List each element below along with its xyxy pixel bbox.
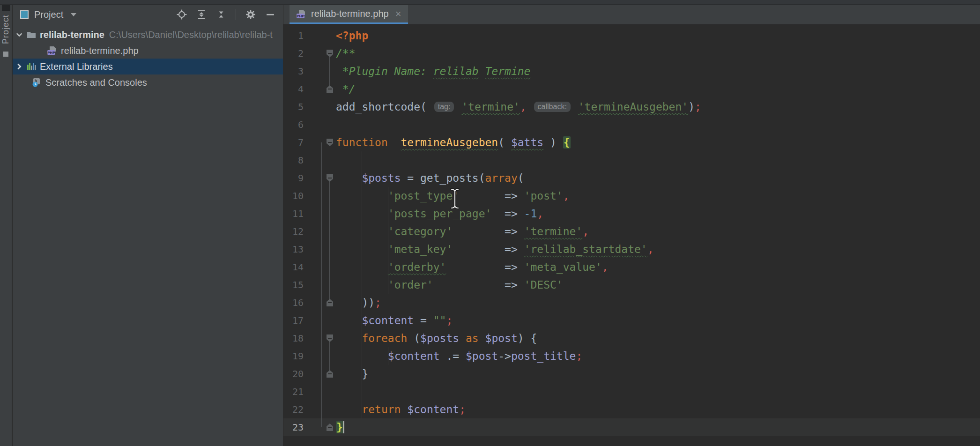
line-number[interactable]: 19 xyxy=(283,347,304,365)
code-token xyxy=(572,101,578,113)
code-token xyxy=(336,279,388,291)
line-number[interactable]: 4 xyxy=(283,80,304,98)
code-token: as xyxy=(466,332,479,344)
code-line[interactable]: 1<?php xyxy=(283,27,980,45)
code-line[interactable]: 19 $content .= $post->post_title; xyxy=(283,347,980,365)
fold-start-icon[interactable] xyxy=(327,50,333,57)
fold-start-icon[interactable] xyxy=(327,139,333,146)
line-number[interactable]: 20 xyxy=(283,365,304,383)
code-line[interactable]: 7function termineAusgeben( $atts ) { xyxy=(283,134,980,151)
line-number[interactable]: 8 xyxy=(283,151,304,169)
tree-item-php-file[interactable]: PHP relilab-termine.php xyxy=(13,43,283,59)
code-line[interactable]: 8 xyxy=(283,151,980,169)
code-text[interactable]: function termineAusgeben( $atts ) { xyxy=(333,134,571,151)
fold-gutter xyxy=(304,276,333,294)
fold-start-icon[interactable] xyxy=(327,174,333,182)
fold-end-icon[interactable] xyxy=(327,85,333,93)
line-number[interactable]: 18 xyxy=(283,329,304,347)
code-text[interactable]: */ xyxy=(333,80,356,98)
code-line[interactable]: 9 $posts = get_posts(array( xyxy=(283,169,980,187)
code-line[interactable]: 10 'post_type' => 'post', xyxy=(283,187,980,205)
fold-end-icon[interactable] xyxy=(327,424,333,431)
fold-end-icon[interactable] xyxy=(327,299,333,306)
code-line[interactable]: 20 } xyxy=(283,365,980,383)
code-line[interactable]: 11 'posts_per_page' => -1, xyxy=(283,205,980,223)
code-token: $post xyxy=(485,332,518,344)
code-text[interactable]: add_shortcode( tag: 'termine', callback:… xyxy=(333,98,701,116)
code-text[interactable]: 'post_type' => 'post', xyxy=(333,187,570,205)
line-number[interactable]: 2 xyxy=(283,45,304,62)
code-editor[interactable]: 1<?php2/**3 *Plugin Name: relilab Termin… xyxy=(283,25,980,446)
code-text[interactable]: foreach ($posts as $post) { xyxy=(333,329,537,347)
code-text[interactable]: 'posts_per_page' => -1, xyxy=(333,205,543,223)
code-line[interactable]: 12 'category' => 'termine', xyxy=(283,223,980,240)
line-number[interactable]: 22 xyxy=(283,401,304,418)
code-text[interactable]: 'meta_key' => 'relilab_startdate', xyxy=(333,240,654,258)
line-number[interactable]: 1 xyxy=(283,27,304,45)
tree-item-project-root[interactable]: relilab-termine C:\Users\Daniel\Desktop\… xyxy=(13,27,283,43)
code-text[interactable]: 'orderby' => 'meta_value', xyxy=(333,258,609,276)
fold-start-icon[interactable] xyxy=(327,334,333,342)
code-line[interactable]: 13 'meta_key' => 'relilab_startdate', xyxy=(283,240,980,258)
line-number[interactable]: 17 xyxy=(283,312,304,329)
settings-gear-icon[interactable] xyxy=(245,9,256,20)
chevron-right-icon[interactable] xyxy=(15,63,23,70)
tree-item-scratches[interactable]: Scratches and Consoles xyxy=(13,74,283,90)
code-token: , xyxy=(602,261,609,273)
tab-relilab-termine-php[interactable]: PHP relilab-termine.php × xyxy=(290,5,408,24)
code-text[interactable]: <?php xyxy=(333,27,368,45)
expand-all-icon[interactable] xyxy=(196,9,207,20)
code-text[interactable]: $posts = get_posts(array( xyxy=(333,169,524,187)
code-line[interactable]: 16 )); xyxy=(283,294,980,312)
locate-icon[interactable] xyxy=(177,9,187,20)
collapse-all-icon[interactable] xyxy=(216,9,226,20)
tree-item-label: relilab-termine.php xyxy=(61,45,139,56)
code-line[interactable]: 22 return $content; xyxy=(283,401,980,418)
code-text[interactable]: } xyxy=(333,365,368,383)
code-text[interactable]: return $content; xyxy=(333,401,466,418)
code-line[interactable]: 23} xyxy=(283,418,980,436)
line-number[interactable]: 13 xyxy=(283,240,304,258)
line-number[interactable]: 15 xyxy=(283,276,304,294)
code-text[interactable]: )); xyxy=(333,294,381,312)
line-number[interactable]: 12 xyxy=(283,223,304,240)
line-number[interactable]: 16 xyxy=(283,294,304,312)
code-line[interactable]: 4 */ xyxy=(283,80,980,98)
fold-end-icon[interactable] xyxy=(327,370,333,378)
hide-panel-icon[interactable] xyxy=(265,9,275,20)
line-number[interactable]: 21 xyxy=(283,383,304,401)
line-number[interactable]: 3 xyxy=(283,62,304,80)
line-number[interactable]: 9 xyxy=(283,169,304,187)
chevron-down-icon[interactable] xyxy=(71,13,76,16)
tree-item-external-libraries[interactable]: External Libraries xyxy=(13,59,283,74)
line-number[interactable]: 14 xyxy=(283,258,304,276)
tool-window-button-icon[interactable] xyxy=(3,52,8,57)
code-line[interactable]: 17 $content = ""; xyxy=(283,312,980,329)
code-text[interactable]: $content = ""; xyxy=(333,312,453,329)
line-number[interactable]: 11 xyxy=(283,205,304,223)
code-line[interactable]: 5add_shortcode( tag: 'termine', callback… xyxy=(283,98,980,116)
code-text[interactable]: 'order' => 'DESC' xyxy=(333,276,563,294)
code-line[interactable]: 15 'order' => 'DESC' xyxy=(283,276,980,294)
code-line[interactable]: 6 xyxy=(283,116,980,134)
code-line[interactable]: 18 foreach ($posts as $post) { xyxy=(283,329,980,347)
code-line[interactable]: 3 *Plugin Name: relilab Termine xyxy=(283,62,980,80)
code-line[interactable]: 2/** xyxy=(283,45,980,62)
code-text[interactable]: $content .= $post->post_title; xyxy=(333,347,582,365)
code-text[interactable]: 'category' => 'termine', xyxy=(333,223,589,240)
line-number[interactable]: 10 xyxy=(283,187,304,205)
code-text[interactable]: *Plugin Name: relilab Termine xyxy=(333,62,530,80)
code-text[interactable]: } xyxy=(333,418,344,436)
line-number[interactable]: 23 xyxy=(283,418,304,436)
line-number[interactable]: 6 xyxy=(283,116,304,134)
code-line[interactable]: 14 'orderby' => 'meta_value', xyxy=(283,258,980,276)
fold-gutter xyxy=(304,169,333,187)
code-text[interactable]: /** xyxy=(333,45,356,62)
code-line[interactable]: 21 xyxy=(283,383,980,401)
line-number[interactable]: 5 xyxy=(283,98,304,116)
close-icon[interactable]: × xyxy=(395,9,401,19)
project-stripe-button[interactable]: Project xyxy=(1,15,11,44)
line-number[interactable]: 7 xyxy=(283,134,304,151)
chevron-down-icon[interactable] xyxy=(15,31,23,38)
code-token: */ xyxy=(336,83,356,95)
